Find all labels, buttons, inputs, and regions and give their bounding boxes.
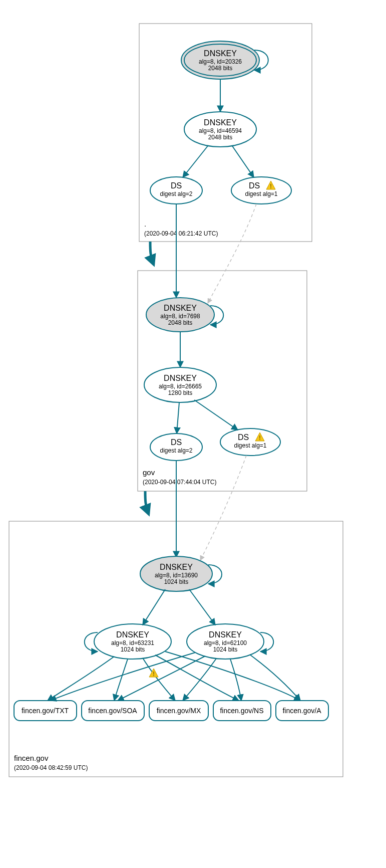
svg-text:digest alg=1: digest alg=1 xyxy=(245,190,277,197)
node-gov-zsk: DNSKEY alg=8, id=26665 1280 bits xyxy=(144,367,216,402)
svg-text:1024 bits: 1024 bits xyxy=(164,578,189,585)
node-root-ds1: DS digest alg=1 ! xyxy=(231,177,291,204)
edge-leafksk-zsk2 xyxy=(189,589,215,625)
svg-text:fincen.gov/MX: fincen.gov/MX xyxy=(157,707,201,715)
edge-zsk1-txt xyxy=(48,657,114,701)
svg-text:fincen.gov/A: fincen.gov/A xyxy=(282,707,321,715)
svg-text:DNSKEY: DNSKEY xyxy=(204,118,237,127)
svg-text:!: ! xyxy=(259,435,261,442)
svg-text:DS: DS xyxy=(238,433,249,442)
svg-text:alg=8, id=63231: alg=8, id=63231 xyxy=(111,639,154,646)
node-leaf-zsk2: DNSKEY alg=8, id=62100 1024 bits xyxy=(187,624,264,659)
node-rr-txt: fincen.gov/TXT xyxy=(14,701,77,721)
svg-text:2048 bits: 2048 bits xyxy=(208,65,233,72)
edge-zsk2-a xyxy=(250,655,300,701)
svg-text:1024 bits: 1024 bits xyxy=(213,646,238,653)
svg-text:DNSKEY: DNSKEY xyxy=(209,630,242,639)
svg-text:alg=8, id=7698: alg=8, id=7698 xyxy=(160,313,200,320)
node-gov-ksk: DNSKEY alg=8, id=7698 2048 bits xyxy=(146,298,214,332)
svg-text:1280 bits: 1280 bits xyxy=(168,389,193,396)
svg-text:1024 bits: 1024 bits xyxy=(121,646,145,653)
svg-text:DNSKEY: DNSKEY xyxy=(160,563,193,571)
zone-root-time: (2020-09-04 06:21:42 UTC) xyxy=(144,230,218,237)
edge-ds1-govksk xyxy=(208,204,256,303)
svg-text:DNSKEY: DNSKEY xyxy=(204,49,237,58)
svg-text:DNSKEY: DNSKEY xyxy=(116,630,149,639)
edge-govzsk-ds2 xyxy=(177,402,179,433)
edge-rootzsk-ds1 xyxy=(232,145,254,177)
edge-govds1-leafksk xyxy=(200,456,246,560)
svg-text:alg=8, id=62100: alg=8, id=62100 xyxy=(204,639,247,646)
edge-leafksk-zsk1 xyxy=(143,589,165,625)
svg-text:alg=8, id=13690: alg=8, id=13690 xyxy=(155,572,198,579)
zone-leaf-label: fincen.gov xyxy=(14,754,49,762)
node-rr-ns: fincen.gov/NS xyxy=(213,701,271,721)
svg-text:DNSKEY: DNSKEY xyxy=(164,304,197,312)
svg-text:DNSKEY: DNSKEY xyxy=(164,374,197,382)
svg-text:digest alg=2: digest alg=2 xyxy=(160,190,192,197)
svg-text:alg=8, id=46594: alg=8, id=46594 xyxy=(199,127,242,134)
delegation-root-gov xyxy=(150,242,154,265)
node-leaf-ksk: DNSKEY alg=8, id=13690 1024 bits xyxy=(140,556,212,591)
node-root-ksk: DNSKEY alg=8, id=20326 2048 bits xyxy=(181,41,259,79)
svg-text:fincen.gov/TXT: fincen.gov/TXT xyxy=(22,707,69,715)
svg-text:DS: DS xyxy=(171,181,182,190)
svg-text:digest alg=1: digest alg=1 xyxy=(234,442,266,449)
dnssec-graph: . (2020-09-04 06:21:42 UTC) DNSKEY alg=8… xyxy=(0,0,386,868)
node-root-ds2: DS digest alg=2 xyxy=(150,177,202,204)
node-leaf-zsk1: DNSKEY alg=8, id=63231 1024 bits xyxy=(94,624,171,659)
svg-text:fincen.gov/NS: fincen.gov/NS xyxy=(220,707,263,715)
zone-leaf-time: (2020-09-04 08:42:59 UTC) xyxy=(14,764,88,771)
svg-text:DS: DS xyxy=(171,438,182,447)
node-gov-ds1: DS digest alg=1 ! xyxy=(220,428,280,456)
edge-rootzsk-ds2 xyxy=(183,145,208,177)
svg-text:alg=8, id=26665: alg=8, id=26665 xyxy=(159,383,202,390)
zone-root-label: . xyxy=(144,220,146,228)
node-rr-mx: fincen.gov/MX xyxy=(149,701,208,721)
node-gov-ds2: DS digest alg=2 xyxy=(150,433,202,461)
svg-text:alg=8, id=20326: alg=8, id=20326 xyxy=(199,58,242,65)
svg-text:2048 bits: 2048 bits xyxy=(208,134,233,141)
svg-text:fincen.gov/SOA: fincen.gov/SOA xyxy=(88,707,137,715)
node-rr-a: fincen.gov/A xyxy=(276,701,328,721)
zone-gov-label: gov xyxy=(143,468,155,477)
edge-zsk2-ns xyxy=(230,659,241,701)
node-rr-soa: fincen.gov/SOA xyxy=(82,701,144,721)
delegation-gov-leaf xyxy=(145,491,149,514)
edge-govzsk-ds1 xyxy=(194,400,238,430)
svg-text:!: ! xyxy=(153,671,155,678)
svg-text:!: ! xyxy=(270,183,272,190)
svg-text:digest alg=2: digest alg=2 xyxy=(160,447,192,454)
edge-zsk1-ns xyxy=(155,655,239,701)
edge-zsk2-txt xyxy=(50,653,195,701)
node-root-zsk: DNSKEY alg=8, id=46594 2048 bits xyxy=(184,112,256,147)
edge-zsk1-soa xyxy=(114,659,128,701)
svg-text:DS: DS xyxy=(249,181,260,190)
zone-gov-time: (2020-09-04 07:44:04 UTC) xyxy=(143,479,216,486)
svg-text:2048 bits: 2048 bits xyxy=(168,319,193,326)
